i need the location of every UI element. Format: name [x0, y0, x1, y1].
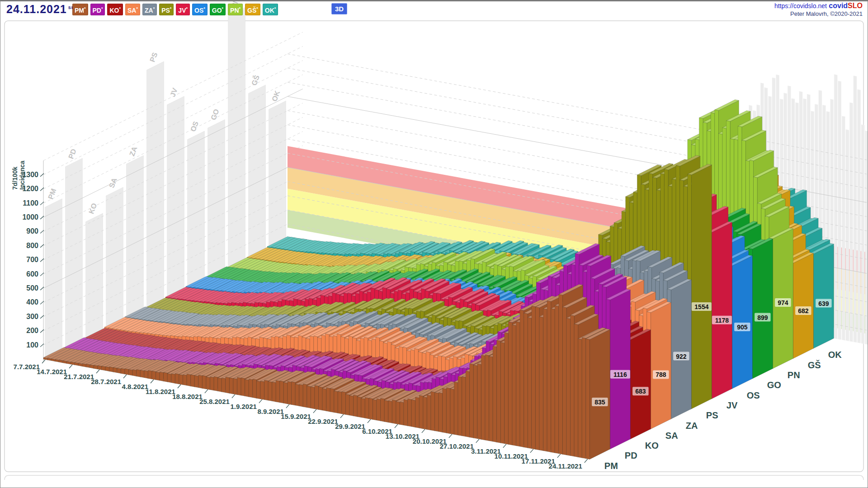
header-bar: 24.11.2021sre PM*PD*KO*SA*ZA*PS*JV*OS*GO… [0, 0, 868, 21]
value-chip-ZA: 922 [673, 352, 689, 361]
svg-text:11.8.2021: 11.8.2021 [146, 388, 175, 395]
svg-text:683: 683 [635, 388, 646, 395]
value-chip-GS: 682 [795, 306, 811, 315]
legend-button-PD[interactable]: PD* [90, 4, 105, 15]
svg-text:SA: SA [665, 431, 678, 441]
value-chip-GO: 899 [755, 313, 771, 322]
svg-text:639: 639 [818, 300, 829, 307]
svg-text:18.8.2021: 18.8.2021 [172, 393, 203, 400]
svg-text:974: 974 [778, 299, 788, 306]
value-chip-PS: 1554 [692, 302, 712, 311]
legend-button-GS[interactable]: GŠ* [245, 4, 260, 15]
svg-text:24.11.2021: 24.11.2021 [549, 462, 582, 470]
svg-text:25.8.2021: 25.8.2021 [199, 398, 230, 405]
site-url-link[interactable]: https://covidslo.net [774, 2, 827, 9]
svg-text:7d/100k: 7d/100k [11, 166, 19, 190]
svg-text:1178: 1178 [715, 317, 729, 324]
svg-text:800: 800 [26, 242, 38, 249]
svg-text:1116: 1116 [613, 371, 627, 378]
svg-text:PN: PN [788, 370, 800, 380]
mode-3d-button[interactable]: 3D [331, 3, 347, 14]
region-legend: PM*PD*KO*SA*ZA*PS*JV*OS*GO*PN*GŠ*OK* [72, 4, 278, 15]
svg-text:27.10.2021: 27.10.2021 [440, 442, 474, 450]
svg-text:28.7.2021: 28.7.2021 [91, 378, 121, 385]
legend-button-PS[interactable]: PS* [159, 4, 174, 15]
svg-text:15.9.2021: 15.9.2021 [281, 413, 311, 420]
svg-text:KO: KO [645, 441, 659, 450]
svg-text:500: 500 [26, 284, 38, 292]
legend-button-PN[interactable]: PN* [228, 4, 243, 15]
legend-button-SA[interactable]: SA* [125, 4, 140, 15]
legend-button-KO[interactable]: KO* [107, 4, 123, 15]
svg-text:905: 905 [737, 324, 748, 331]
svg-text:4.8.2021: 4.8.2021 [122, 383, 148, 390]
credit-text: Peter Malovrh, ©2020-2021 [774, 10, 863, 18]
svg-text:14.7.2021: 14.7.2021 [37, 368, 67, 375]
svg-text:PD: PD [625, 450, 637, 460]
svg-text:GŠ: GŠ [808, 360, 821, 370]
brand-covid: covid [829, 2, 848, 9]
legend-button-GO[interactable]: GO* [210, 4, 226, 15]
svg-text:1000: 1000 [22, 213, 38, 221]
legend-button-JV[interactable]: JV* [176, 4, 190, 15]
svg-text:8.9.2021: 8.9.2021 [258, 408, 284, 415]
value-chip-KO: 683 [632, 387, 649, 395]
value-chip-PD: 1116 [610, 370, 630, 379]
incidence-3d-chart[interactable]: PMPDKOSAZAPSJVOSGOPNGŠOK1002003004005006… [0, 0, 868, 488]
svg-text:400: 400 [26, 298, 38, 306]
legend-button-ZA[interactable]: ZA* [142, 4, 157, 15]
svg-text:JV: JV [726, 400, 738, 410]
svg-text:835: 835 [594, 399, 605, 406]
value-chip-JV: 1178 [712, 316, 732, 324]
value-chip-OS: 905 [734, 323, 750, 331]
svg-text:200: 200 [26, 327, 38, 334]
svg-text:600: 600 [26, 270, 38, 278]
svg-text:899: 899 [757, 314, 768, 321]
svg-text:OS: OS [747, 390, 760, 400]
svg-text:682: 682 [798, 307, 809, 314]
brand-slo: SLO [848, 2, 863, 9]
svg-text:GO: GO [767, 380, 781, 390]
legend-button-OK[interactable]: OK* [263, 4, 278, 15]
current-date: 24.11.2021sre [6, 3, 77, 16]
svg-text:788: 788 [656, 371, 666, 378]
svg-text:1.9.2021: 1.9.2021 [231, 403, 257, 410]
chart-canvas[interactable]: PMPDKOSAZAPSJVOSGOPNGŠOK1002003004005006… [0, 0, 868, 488]
value-chip-PN: 974 [775, 298, 791, 307]
brand-logo: covidSLO [829, 2, 863, 9]
svg-text:29.9.2021: 29.9.2021 [335, 422, 365, 430]
svg-text:1100: 1100 [23, 199, 38, 207]
svg-text:ZA: ZA [686, 421, 698, 431]
svg-text:900: 900 [26, 227, 38, 235]
svg-text:922: 922 [676, 353, 687, 360]
svg-text:PS: PS [706, 410, 718, 420]
svg-text:21.7.2021: 21.7.2021 [64, 373, 94, 380]
value-chip-SA: 788 [653, 370, 669, 379]
date-label: 24.11.2021 [6, 3, 67, 15]
legend-button-PM[interactable]: PM* [72, 4, 88, 15]
svg-text:300: 300 [26, 313, 38, 320]
svg-text:700: 700 [26, 256, 38, 263]
svg-text:OK: OK [828, 350, 842, 360]
legend-button-OS[interactable]: OS* [192, 4, 208, 15]
value-chip-PM: 835 [592, 398, 608, 406]
svg-text:1554: 1554 [694, 303, 708, 310]
svg-text:PM: PM [604, 461, 618, 471]
svg-text:Incidenca: Incidenca [19, 160, 26, 190]
svg-text:22.9.2021: 22.9.2021 [308, 418, 338, 425]
svg-text:7.7.2021: 7.7.2021 [14, 363, 40, 371]
svg-text:100: 100 [26, 341, 38, 349]
site-info: https://covidslo.net covidSLO Peter Malo… [774, 2, 863, 18]
value-chip-OK: 639 [816, 299, 832, 308]
